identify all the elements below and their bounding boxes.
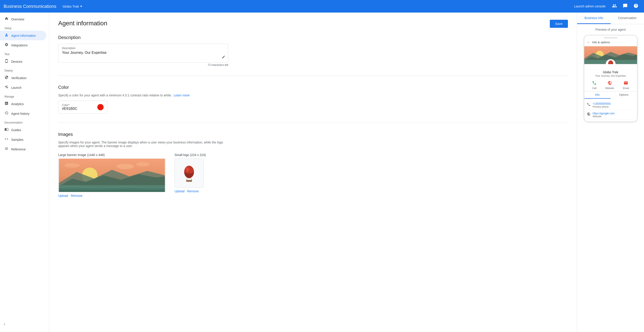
description-label: Description xyxy=(62,47,224,50)
sidebar-item-devices[interactable]: Devices xyxy=(0,57,46,66)
test-section-label: Test xyxy=(0,50,49,57)
save-button[interactable]: Save xyxy=(550,20,568,28)
logo-upload-group: Small logo (224 x 224) xyxy=(174,153,206,198)
description-section: Description Description Your Journey, Ou… xyxy=(58,35,568,76)
svg-point-20 xyxy=(609,61,611,63)
email-label: Email xyxy=(623,87,629,89)
phone-screen: ← Info & options xyxy=(584,38,637,121)
sidebar-item-samples[interactable]: Samples xyxy=(0,135,46,144)
color-swatch[interactable] xyxy=(97,104,104,110)
website-label: Website xyxy=(605,87,614,89)
launch-admin-console-link[interactable]: Launch admin console xyxy=(572,3,608,10)
phone-details: +15555555555 Primary phone https://googl… xyxy=(584,99,637,121)
banner-remove-link[interactable]: Remove xyxy=(71,194,82,198)
phone-back-icon: ← xyxy=(587,40,590,44)
color-description: Specify a color for your agent with a mi… xyxy=(58,93,568,97)
top-nav: Business Communications Globo Trek ▾ Lau… xyxy=(0,0,644,13)
tab-conversation[interactable]: Conversation xyxy=(611,13,644,24)
color-field[interactable]: Color* #E91B0C xyxy=(58,101,108,114)
banner-upload-group: Large banner image (1440 x 448) xyxy=(58,153,166,198)
sidebar-item-devices-label: Devices xyxy=(11,60,22,63)
help-icon xyxy=(634,3,638,10)
sidebar-item-verification[interactable]: Verification xyxy=(0,73,46,83)
people-icon xyxy=(612,3,617,10)
call-icon xyxy=(592,81,596,86)
analytics-icon xyxy=(4,101,8,106)
main-content: Agent information Save Description Descr… xyxy=(49,13,577,332)
sidebar-item-guides[interactable]: Guides xyxy=(0,125,46,135)
sidebar-item-agent-information[interactable]: Agent information xyxy=(0,31,46,40)
sidebar: Overview Setup Agent information Integra… xyxy=(0,13,49,332)
description-section-title: Description xyxy=(58,35,568,40)
help-icon-btn[interactable] xyxy=(632,2,640,11)
svg-line-10 xyxy=(186,178,187,180)
images-section: Images Specify images for your agent. Th… xyxy=(58,132,568,207)
color-input-row: Color* #E91B0C xyxy=(58,101,568,114)
app-layout: Overview Setup Agent information Integra… xyxy=(0,13,644,332)
sidebar-item-integrations[interactable]: Integrations xyxy=(0,40,46,50)
phone-detail-website-text: https://google.com Website xyxy=(593,112,615,118)
sidebar-item-overview[interactable]: Overview xyxy=(0,14,46,24)
brand-selector[interactable]: Globo Trek ▾ xyxy=(61,3,84,9)
phone-info-tab-options[interactable]: Options xyxy=(611,91,637,99)
sidebar-item-integrations-label: Integrations xyxy=(11,44,28,47)
phone-frame: ← Info & options xyxy=(584,35,638,122)
description-field-container[interactable]: Description Your Journey, Our Expertise xyxy=(58,44,228,63)
sidebar-item-launch[interactable]: Launch xyxy=(0,83,46,92)
sidebar-collapse-button[interactable]: ‹ xyxy=(0,319,9,328)
sidebar-item-reference-label: Reference xyxy=(11,147,26,151)
banner-image-container xyxy=(58,158,166,192)
phone-icon xyxy=(4,59,8,64)
sidebar-item-agent-history[interactable]: Agent history xyxy=(0,109,46,118)
setup-section-label: Setup xyxy=(0,24,49,31)
manage-section-label: Manage xyxy=(0,92,49,99)
phone-number: +15555555555 xyxy=(593,102,611,105)
website-label: Website xyxy=(593,115,615,118)
logo-upload-link[interactable]: Upload xyxy=(174,190,184,193)
phone-header-text: Info & options xyxy=(592,41,610,44)
people-icon-btn[interactable] xyxy=(610,2,619,11)
learn-more-link[interactable]: Learn more xyxy=(174,93,190,97)
phone-info-tabs: Info Options xyxy=(584,91,637,99)
images-description: Specify images for your agent. The banne… xyxy=(58,140,228,148)
svg-rect-13 xyxy=(186,181,192,181)
website-url: https://google.com xyxy=(593,112,615,115)
color-field-label: Color* xyxy=(62,104,78,107)
color-section-title: Color xyxy=(58,85,568,90)
svg-point-7 xyxy=(64,163,80,168)
banner-label: Large banner image (1440 x 448) xyxy=(58,153,166,157)
launch-icon xyxy=(4,85,8,90)
phone-info-tab-info[interactable]: Info xyxy=(584,91,611,99)
sidebar-item-agent-history-label: Agent history xyxy=(11,112,30,115)
phone-actions: Call Website Email xyxy=(584,79,637,91)
sidebar-item-analytics-label: Analytics xyxy=(11,102,24,106)
deploy-section-label: Deploy xyxy=(0,66,49,73)
website-icon xyxy=(608,81,612,86)
chat-icon xyxy=(623,3,628,10)
documentation-section-label: Documentation xyxy=(0,118,49,125)
phone-agent-name: Globo Trek xyxy=(586,70,635,74)
description-char-count: 73 characters left xyxy=(58,63,228,67)
phone-detail-phone: +15555555555 Primary phone xyxy=(587,100,634,110)
phone-number-label: Primary phone xyxy=(593,105,611,108)
images-section-title: Images xyxy=(58,132,568,137)
sidebar-item-analytics[interactable]: Analytics xyxy=(0,99,46,109)
svg-point-9 xyxy=(186,167,189,172)
phone-agent-info: Globo Trek Your Journey, Our Expertise xyxy=(584,64,637,79)
logo-remove-link[interactable]: Remove xyxy=(187,190,199,193)
sidebar-item-reference[interactable]: Reference xyxy=(0,144,46,154)
images-grid: Large banner image (1440 x 448) xyxy=(58,153,568,198)
banner-upload-link[interactable]: Upload xyxy=(58,194,68,198)
brand-chevron: ▾ xyxy=(80,4,82,8)
sidebar-item-agent-info-label: Agent information xyxy=(11,34,36,38)
history-icon xyxy=(4,111,8,116)
sidebar-item-samples-label: Samples xyxy=(11,138,23,141)
chat-icon-btn[interactable] xyxy=(621,2,630,11)
tab-business-info[interactable]: Business info xyxy=(577,13,611,24)
phone-action-website: Website xyxy=(605,81,614,89)
top-nav-actions: Launch admin console xyxy=(572,2,640,11)
preview-title: Preview of your agent xyxy=(577,24,644,35)
sidebar-item-overview-label: Overview xyxy=(11,18,24,21)
description-edit-icon[interactable] xyxy=(222,55,225,60)
email-icon xyxy=(624,81,628,86)
